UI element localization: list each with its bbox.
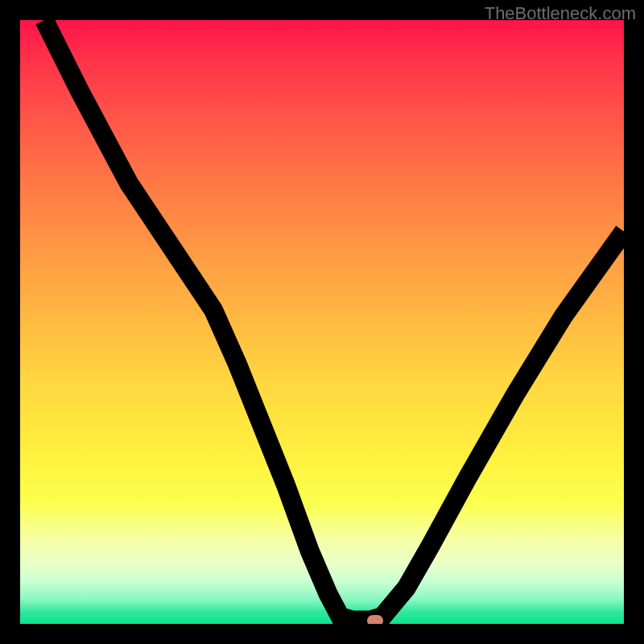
optimal-point-marker (367, 615, 383, 625)
bottleneck-curve (44, 20, 624, 621)
watermark-text: TheBottleneck.com (485, 3, 636, 24)
plot-area (20, 20, 624, 624)
curve-svg (20, 20, 624, 624)
chart-container: TheBottleneck.com (0, 0, 644, 644)
